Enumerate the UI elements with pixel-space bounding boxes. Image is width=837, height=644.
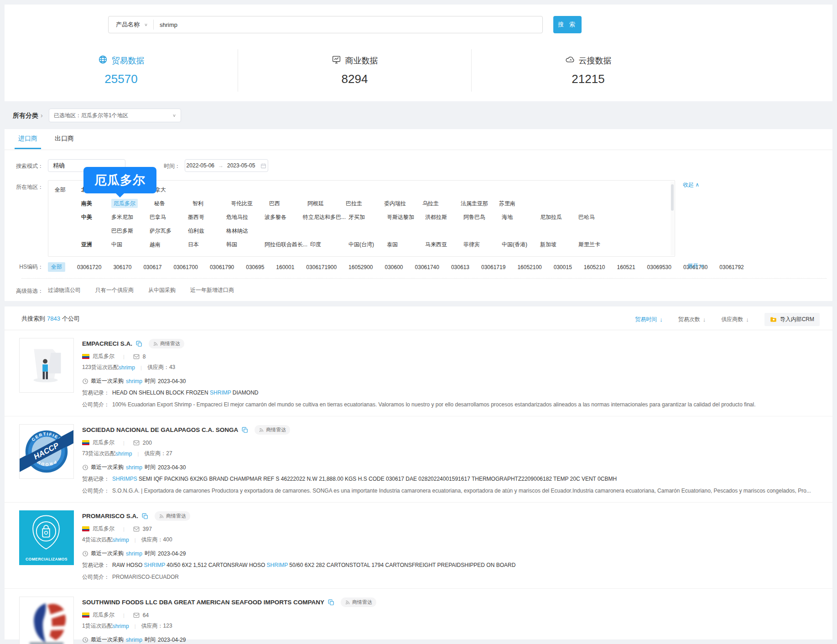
region-item[interactable]: 牙买加 [348,213,387,222]
region-item[interactable]: 特立尼达和多巴... [303,213,348,222]
region-item[interactable]: 新加坡 [540,240,578,249]
trade-record-keyword[interactable]: SHRIMP [210,390,231,396]
hs-code-chip[interactable]: 030617 [143,264,161,270]
hs-code-chip[interactable]: 030613 [451,264,469,270]
hs-code-chip[interactable]: 1605210 [584,264,605,270]
hs-code-chip[interactable]: 030600 [385,264,403,270]
trade-record-keyword[interactable]: SHRIMP [267,562,288,568]
region-item[interactable]: 秘鲁 [154,199,192,208]
stat-business-data[interactable]: 商业数据 8294 [238,49,471,92]
last-purchase-keyword[interactable]: shrimp [126,637,142,643]
date-range-picker[interactable]: 2022-05-06 → 2023-05-05 [185,159,268,172]
company-logo[interactable]: CERTIFIED PRODUCT HACCP [19,424,74,479]
region-item-selected[interactable]: 厄瓜多尔 [111,199,138,208]
hs-code-chip[interactable]: 16052100 [517,264,541,270]
region-item[interactable]: 泰国 [387,240,425,249]
company-name[interactable]: PROMARISCO S.A. [82,513,138,519]
region-item[interactable]: 法属圭亚那 [461,199,499,208]
region-item[interactable]: 智利 [192,199,231,208]
region-item[interactable]: 洪都拉斯 [425,213,463,222]
stat-cloud-search-data[interactable]: 云搜数据 21215 [471,49,705,92]
region-item[interactable]: 格林纳达 [226,226,265,235]
hs-code-chip[interactable]: 030695 [246,264,264,270]
region-item[interactable]: 阿拉伯联合酋长... [265,240,310,249]
company-logo[interactable] [19,338,74,393]
hs-code-chip[interactable]: 03061719 [481,264,505,270]
company-logo[interactable]: COMERCIALIZAMOS [19,510,74,565]
hs-code-chip[interactable]: 03061740 [415,264,439,270]
hs-code-chip[interactable]: 16052900 [348,264,373,270]
region-item[interactable]: 斯里兰卡 [578,240,617,249]
expand-link[interactable]: 展开 ∨ [687,262,704,270]
advanced-filter-item[interactable]: 只有一个供应商 [95,286,134,294]
region-item[interactable]: 中国 [111,240,150,249]
copy-icon[interactable] [142,513,148,519]
region-item[interactable]: 海地 [502,213,540,222]
advanced-filter-item[interactable]: 过滤物流公司 [48,286,81,294]
region-item[interactable]: 多米尼加 [111,213,150,222]
matched-keyword-link[interactable]: shrimp [115,451,132,457]
matched-keyword-link[interactable]: shrimp [113,537,129,543]
region-item[interactable]: 巴哈马 [578,213,617,222]
copy-icon[interactable] [136,341,142,347]
region-item[interactable]: 哥斯达黎加 [387,213,425,222]
region-item[interactable]: 墨西哥 [188,213,226,222]
breadcrumb-all-categories[interactable]: 所有分类› [13,112,43,120]
region-item[interactable]: 波多黎各 [265,213,303,222]
selected-region-dropdown[interactable]: 已选地区：厄瓜多尔等1个地区 ∨ [49,109,181,122]
last-purchase-keyword[interactable]: shrimp [126,464,142,471]
region-item[interactable]: 印度 [310,240,348,249]
region-item[interactable]: 巴巴多斯 [111,226,150,235]
region-item[interactable]: 巴拿马 [150,213,188,222]
import-crm-button[interactable]: 导入内部CRM [764,313,820,326]
business-radar-badge[interactable]: 商情雷达 [155,511,190,521]
region-item[interactable]: 马来西亚 [425,240,463,249]
region-item[interactable]: 危地马拉 [226,213,265,222]
region-item[interactable]: 中国(台湾) [348,240,387,249]
business-radar-badge[interactable]: 商情雷达 [149,339,184,348]
business-radar-badge[interactable]: 商情雷达 [341,597,376,607]
hs-code-chip[interactable]: 0306171900 [306,264,337,270]
search-input[interactable] [154,21,542,29]
region-item[interactable]: 委内瑞拉 [384,199,422,208]
region-item[interactable]: 乌拉圭 [422,199,461,208]
company-name[interactable]: SOUTHWIND FOODS LLC DBA GREAT AMERICAN S… [82,599,324,606]
last-purchase-keyword[interactable]: shrimp [126,378,142,384]
region-item[interactable]: 苏里南 [499,199,537,208]
trade-record-keyword[interactable]: SHRIMPS [112,476,137,482]
collapse-link[interactable]: 收起 ∧ [683,181,699,189]
company-name[interactable]: SOCIEDAD NACIONAL DE GALAPAGOS C.A. SONG… [82,426,238,433]
region-scrollbar[interactable] [671,184,674,211]
stat-trade-data[interactable]: 贸易数据 25570 [5,49,238,92]
hs-code-chip[interactable]: 160521 [617,264,635,270]
copy-icon[interactable] [242,427,248,433]
trade-record-keyword[interactable]: SHRIMP [144,562,165,568]
matched-keyword-link[interactable]: shrimp [119,364,135,371]
hs-code-chip[interactable]: 03061720 [77,264,101,270]
copy-icon[interactable] [328,599,334,606]
tab-importers[interactable]: 进口商 [18,135,37,149]
company-name[interactable]: EMPACRECI S.A. [82,340,132,347]
hs-code-chip[interactable]: 03061790 [210,264,234,270]
search-button[interactable]: 搜 索 [553,16,582,33]
hs-code-chip[interactable]: 030015 [554,264,572,270]
advanced-filter-item[interactable]: 近一年新增进口商 [190,286,234,294]
region-item-all[interactable]: 全部 [55,185,81,194]
hs-code-chip[interactable]: 03061792 [719,264,743,270]
hs-code-chip[interactable]: 160001 [276,264,294,270]
region-item[interactable]: 巴西 [269,199,307,208]
region-item[interactable]: 日本 [188,240,226,249]
region-item[interactable]: 中国(香港) [502,240,540,249]
region-item[interactable]: 尼加拉瓜 [540,213,578,222]
region-item[interactable]: 阿根廷 [307,199,346,208]
sort-active[interactable]: 贸易时间 ↓ [635,316,663,323]
region-item[interactable]: 哥伦比亚 [231,199,269,208]
region-item[interactable]: 菲律宾 [463,240,502,249]
region-item[interactable]: 阿鲁巴岛 [463,213,502,222]
matched-keyword-link[interactable]: shrimp [113,623,129,629]
hs-code-chip-selected[interactable]: 全部 [48,262,65,272]
sort-option[interactable]: 供应商数 ↓ [721,316,749,323]
region-item[interactable]: 伯利兹 [188,226,226,235]
region-item[interactable]: 萨尔瓦多 [150,226,188,235]
region-item[interactable]: 越南 [150,240,188,249]
